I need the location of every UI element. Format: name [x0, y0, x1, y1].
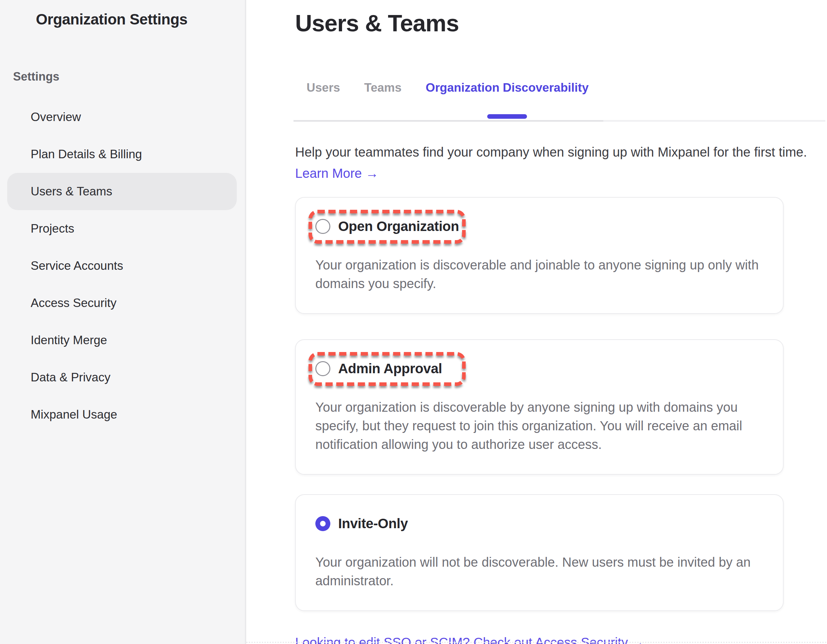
- active-tab-indicator: [487, 114, 527, 119]
- organization-settings-page: Organization Settings Settings Overview …: [0, 0, 827, 644]
- option-card-admin-approval: Admin Approval Your organization is disc…: [295, 339, 783, 475]
- option-label: Open Organization: [338, 219, 459, 234]
- sidebar-item-service-accounts[interactable]: Service Accounts: [7, 247, 237, 284]
- intro-text: Help your teammates find your company wh…: [295, 143, 817, 161]
- page-title: Users & Teams: [295, 10, 827, 36]
- tab-label: Organization Discoverability: [426, 81, 588, 94]
- option-card-invite-only: Invite-Only Your organization will not b…: [295, 494, 783, 611]
- option-label: Invite-Only: [338, 516, 408, 531]
- bottom-divider: [246, 642, 827, 643]
- sidebar: Organization Settings Settings Overview …: [0, 0, 246, 644]
- tab-teams[interactable]: Teams: [364, 81, 402, 120]
- admin-approval-radio-row[interactable]: Admin Approval: [315, 340, 442, 377]
- sidebar-item-plan-details-billing[interactable]: Plan Details & Billing: [7, 136, 237, 173]
- sidebar-item-access-security[interactable]: Access Security: [7, 284, 237, 322]
- option-description: Your organization is discoverable by any…: [315, 398, 763, 454]
- radio-unchecked-icon[interactable]: [315, 219, 330, 234]
- option-description: Your organization is discoverable and jo…: [315, 256, 763, 293]
- open-organization-radio-row[interactable]: Open Organization: [315, 198, 459, 234]
- sidebar-nav: Overview Plan Details & Billing Users & …: [0, 98, 245, 433]
- tab-bar: Users Teams Organization Discoverability: [307, 81, 827, 120]
- radio-unchecked-icon[interactable]: [315, 361, 330, 376]
- option-label: Admin Approval: [338, 361, 442, 377]
- radio-checked-icon[interactable]: [315, 516, 330, 531]
- tab-organization-discoverability[interactable]: Organization Discoverability: [426, 81, 588, 120]
- tab-users[interactable]: Users: [307, 81, 340, 120]
- sidebar-item-data-privacy[interactable]: Data & Privacy: [7, 359, 237, 396]
- sidebar-item-mixpanel-usage[interactable]: Mixpanel Usage: [7, 396, 237, 433]
- sidebar-item-users-teams[interactable]: Users & Teams: [7, 173, 237, 210]
- sidebar-section-label: Settings: [13, 70, 245, 83]
- learn-more-link[interactable]: Learn More →: [295, 166, 379, 181]
- tab-divider: [293, 120, 825, 122]
- sidebar-item-identity-merge[interactable]: Identity Merge: [7, 322, 237, 359]
- option-description: Your organization will not be discoverab…: [315, 553, 763, 590]
- invite-only-radio-row[interactable]: Invite-Only: [315, 495, 408, 531]
- sidebar-item-projects[interactable]: Projects: [7, 210, 237, 247]
- sidebar-item-overview[interactable]: Overview: [7, 98, 237, 136]
- main-content: Users & Teams Users Teams Organization D…: [246, 0, 827, 644]
- sidebar-title: Organization Settings: [36, 11, 245, 28]
- option-card-open-organization: Open Organization Your organization is d…: [295, 197, 783, 314]
